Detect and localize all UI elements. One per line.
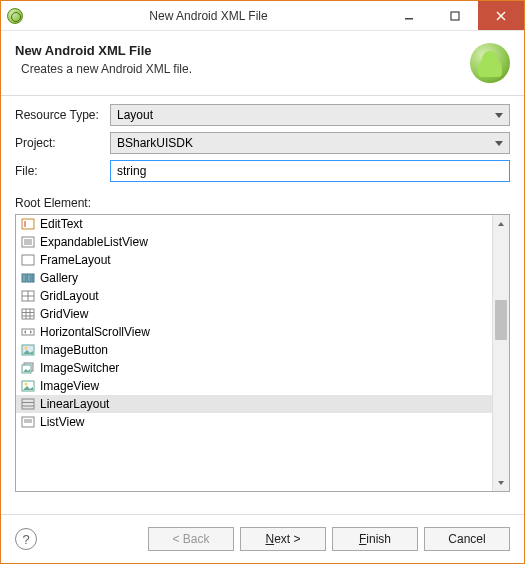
list-item[interactable]: EditText [16,215,492,233]
svg-point-22 [25,347,28,350]
gallery-icon [20,271,36,285]
list-item-label: GridLayout [40,289,99,303]
title-bar: New Android XML File [1,1,524,31]
list-item-label: FrameLayout [40,253,111,267]
expandable-list-icon [20,235,36,249]
help-button[interactable]: ? [15,528,37,550]
linear-layout-icon [20,397,36,411]
scroll-down-button[interactable] [493,474,509,491]
resource-type-value: Layout [117,108,153,122]
resource-type-select[interactable]: Layout [110,104,510,126]
svg-point-26 [25,383,28,386]
header-subtitle: Creates a new Android XML file. [15,62,470,76]
maximize-button[interactable] [432,1,478,30]
list-item[interactable]: LinearLayout [16,395,492,413]
next-button[interactable]: Next > [240,527,326,551]
window-title: New Android XML File [31,9,386,23]
grid-view-icon [20,307,36,321]
list-item[interactable]: FrameLayout [16,251,492,269]
list-item-label: LinearLayout [40,397,109,411]
minimize-button[interactable] [386,1,432,30]
root-element-label: Root Element: [15,196,510,210]
dialog-content: Resource Type: Layout Project: BSharkUIS… [1,96,524,514]
scroll-up-button[interactable] [493,215,509,232]
root-element-listbox[interactable]: EditTextExpandableListViewFrameLayoutGal… [15,214,510,492]
svg-rect-1 [451,12,459,20]
svg-rect-2 [22,219,34,229]
back-button[interactable]: < Back [148,527,234,551]
list-item[interactable]: ListView [16,413,492,431]
dialog-window: New Android XML File New Android XML Fil… [0,0,525,564]
svg-rect-8 [22,255,34,265]
list-item-label: HorizontalScrollView [40,325,150,339]
edit-text-icon [20,217,36,231]
list-item[interactable]: GridLayout [16,287,492,305]
list-item-label: ExpandableListView [40,235,148,249]
frame-layout-icon [20,253,36,267]
list-item-label: GridView [40,307,88,321]
android-icon [470,43,510,83]
svg-rect-9 [22,274,26,282]
svg-rect-15 [22,309,34,319]
scroll-thumb[interactable] [495,300,507,340]
list-item-label: ListView [40,415,84,429]
list-item[interactable]: ImageButton [16,341,492,359]
list-item-label: ImageButton [40,343,108,357]
list-item-label: ImageView [40,379,99,393]
finish-button[interactable]: Finish [332,527,418,551]
svg-rect-0 [405,18,413,20]
svg-rect-27 [22,399,34,409]
app-icon [7,8,23,24]
svg-rect-10 [27,274,31,282]
image-view-icon [20,379,36,393]
list-item[interactable]: ExpandableListView [16,233,492,251]
scroll-track[interactable] [493,232,509,474]
project-select[interactable]: BSharkUISDK [110,132,510,154]
project-value: BSharkUISDK [117,136,193,150]
file-label: File: [15,164,110,178]
list-item[interactable]: HorizontalScrollView [16,323,492,341]
header-title: New Android XML File [15,43,470,58]
close-button[interactable] [478,1,524,30]
svg-rect-11 [32,274,34,282]
image-switcher-icon [20,361,36,375]
grid-layout-icon [20,289,36,303]
list-item-label: EditText [40,217,83,231]
hscroll-icon [20,325,36,339]
list-item[interactable]: ImageSwitcher [16,359,492,377]
svg-rect-20 [22,329,34,335]
image-button-icon [20,343,36,357]
dialog-footer: ? < Back Next > Finish Cancel [1,514,524,563]
window-controls [386,1,524,30]
dialog-header: New Android XML File Creates a new Andro… [1,31,524,96]
list-view-icon [20,415,36,429]
list-item-label: ImageSwitcher [40,361,119,375]
file-input[interactable] [110,160,510,182]
list-item[interactable]: GridView [16,305,492,323]
cancel-button[interactable]: Cancel [424,527,510,551]
resource-type-label: Resource Type: [15,108,110,122]
scrollbar[interactable] [492,215,509,491]
list-item[interactable]: Gallery [16,269,492,287]
list-item[interactable]: ImageView [16,377,492,395]
list-item-label: Gallery [40,271,78,285]
project-label: Project: [15,136,110,150]
